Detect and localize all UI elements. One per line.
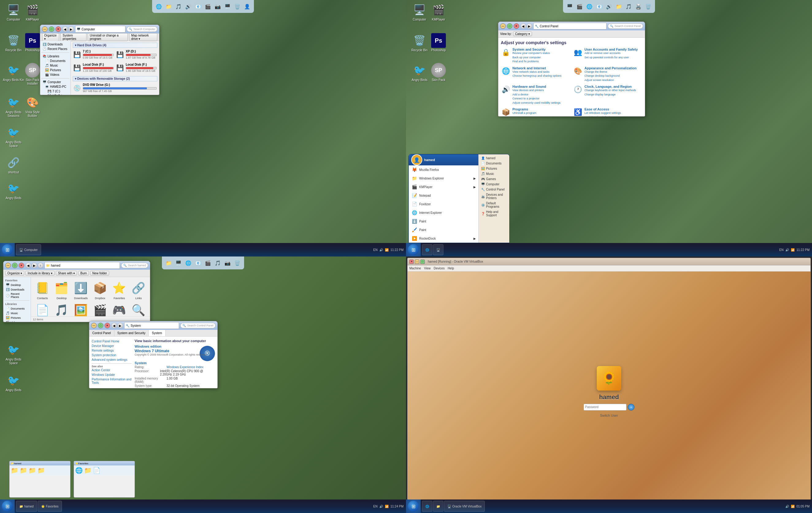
start-paint[interactable]: 🖌️ Paint — [409, 225, 478, 234]
start-firefox[interactable]: 🦊 Mozilla Firefox — [409, 165, 478, 174]
sys-link-advanced[interactable]: Advanced system settings — [92, 357, 132, 362]
cp-cat-title[interactable]: User Accounts and Family Safety — [584, 48, 642, 51]
sys-tab-system[interactable]: System — [149, 330, 165, 336]
exp-back-button[interactable]: ◀ — [25, 263, 31, 268]
sys-tab-controlpanel[interactable]: Control Panel — [89, 330, 114, 336]
start-ie[interactable]: 🌐 Internet Explorer — [409, 208, 478, 217]
start-wmp[interactable]: ▶️ RocketDock ▶ — [409, 234, 478, 243]
exp-include-btn[interactable]: Include in library ▾ — [25, 271, 55, 275]
sys-search-box[interactable]: 🔍 Search Control Panel — [180, 323, 215, 328]
start-place-documents[interactable]: 📄Documents — [480, 161, 508, 166]
ql-icon-q3-3[interactable]: 🌐 — [184, 259, 193, 267]
ql-icon-q2-5[interactable]: 🔊 — [605, 2, 613, 11]
exp-close-button[interactable]: ✕ — [19, 263, 24, 268]
start-button-q1[interactable]: ⊞ — [0, 243, 15, 256]
vbox-menu-help[interactable]: Help — [448, 267, 454, 270]
vbox-menu-view[interactable]: View — [424, 267, 431, 270]
ql-icon-q2-1[interactable]: 🖥️ — [566, 2, 574, 11]
ql-icon-q2-6[interactable]: 📁 — [614, 2, 623, 11]
sidebar-libraries[interactable]: 📚Libraries — [41, 54, 69, 59]
cp-address-bar[interactable]: 🔧 Control Panel — [533, 23, 607, 29]
cp-forward-button[interactable]: ▶ — [526, 23, 532, 29]
start-place-pictures[interactable]: 🖼️Pictures — [480, 166, 508, 171]
address-bar[interactable]: 🖥️ Computer — [75, 26, 125, 32]
start-place-games[interactable]: 🎮Games — [480, 177, 508, 182]
cp-cat-links[interactable]: Review your computer's statusBack up you… — [513, 51, 570, 64]
desktop-icon-angry-birds-space[interactable]: 🐦 Angry Birds Space — [2, 125, 25, 148]
fav-downloads[interactable]: ⬇️Downloads — [5, 287, 29, 292]
sidebar-recent[interactable]: 🕐Recent Places — [41, 47, 69, 51]
sys-link-perf[interactable]: Performance Information and Tools — [92, 377, 132, 385]
sidebar-documents[interactable]: 📄Documents — [41, 59, 69, 63]
taskbar-item-q4-vbox[interactable]: 🖥️ Oracle VM VirtualBox — [444, 501, 485, 512]
cp-cat-title[interactable]: Clock, Language, and Region — [584, 85, 642, 88]
vbox-max-btn[interactable]: □ — [420, 260, 425, 264]
lib-pictures[interactable]: 🖼️Pictures — [5, 316, 29, 320]
ql-icon-6[interactable]: 🎬 — [204, 2, 212, 11]
cp-cat-links[interactable]: Let Windows suggest settingsOptimize vis… — [584, 111, 642, 116]
sys-link-wu[interactable]: Windows Update — [92, 373, 132, 377]
sidebar-7c[interactable]: 💾7 (C:) — [41, 89, 69, 93]
cp-maximize-button[interactable]: □ — [507, 23, 513, 29]
cp-cat-links[interactable]: Uninstall a program — [513, 111, 570, 115]
desktop-icon-angry-birds[interactable]: 🐦 Angry Birds — [2, 181, 25, 200]
sidebar-pictures[interactable]: 🖼️Pictures — [41, 68, 69, 73]
start-place-devices[interactable]: 🖨️Devices and Printers — [480, 192, 508, 201]
sys-back-button[interactable]: ◀ — [111, 323, 117, 328]
drive-local-f[interactable]: 💾 Local Disk (F:) 1.15 GB free of 100 GB — [73, 62, 114, 73]
login-go-button[interactable]: → — [628, 404, 634, 410]
sidebar-videos[interactable]: 🎬Videos — [41, 73, 69, 77]
ql-icon-5[interactable]: 📧 — [194, 2, 202, 11]
start-place-help[interactable]: ❓Help and Support — [480, 209, 508, 218]
sys-address-bar[interactable]: 🔧 System — [124, 322, 179, 329]
sys-maximize-button[interactable]: □ — [98, 323, 103, 328]
ql-icon-q3-2[interactable]: 🖥️ — [174, 259, 183, 267]
fav-desktop[interactable]: 🖥️Desktop — [5, 282, 29, 287]
ql-icon-q2-7[interactable]: 🎵 — [624, 2, 633, 11]
vbox-min-btn[interactable]: — — [415, 260, 419, 264]
sidebar-computer[interactable]: 🖥️Computer — [41, 80, 69, 84]
exp-minimize-button[interactable]: — — [5, 263, 11, 268]
folder-dropbox[interactable]: 📦 Dropbox — [91, 279, 109, 300]
cp-cat-links[interactable]: Change keyboards or other input methodsC… — [584, 88, 642, 97]
sys-forward-button[interactable]: ▶ — [117, 323, 123, 328]
desktop-icon-skin-pack-q2[interactable]: SP Skin Pack — [428, 63, 450, 82]
ql-icon-10[interactable]: 👤 — [243, 2, 252, 11]
exp-organize-btn[interactable]: Organize ▾ — [5, 271, 24, 275]
sys-link-remote[interactable]: Remote settings — [92, 348, 132, 353]
start-foxitizer[interactable]: 📄 Foxitizer — [409, 200, 478, 208]
start-notepad[interactable]: 📝 Notepad — [409, 191, 478, 200]
desktop-icon-angry-birds-q3[interactable]: 🐦 Angry Birds — [2, 373, 25, 392]
ql-icon-q3-8[interactable]: 🗑️ — [233, 259, 242, 267]
sidebar-music[interactable]: 🎵Music — [41, 63, 69, 68]
map-drive-btn[interactable]: Map network drive ▾ — [129, 33, 157, 41]
cp-cat-title[interactable]: System and Security — [513, 48, 570, 51]
drive-xpd[interactable]: 💾 XP (D:) 1.87 GB free of 9.78 GB — [116, 49, 157, 60]
start-place-music[interactable]: 🎵Music — [480, 171, 508, 177]
folder-links[interactable]: 🔗 Links — [129, 279, 147, 300]
start-place-controlpanel[interactable]: 🔧Control Panel — [480, 187, 508, 192]
ql-icon-7[interactable]: 📷 — [213, 2, 222, 11]
sys-minimize-button[interactable]: — — [91, 323, 96, 328]
ql-icon-9[interactable]: 🗑️ — [233, 2, 242, 11]
ql-icon-2[interactable]: 📁 — [164, 2, 173, 11]
exp-up-button[interactable]: ↑ — [38, 263, 43, 268]
cp-cat-links[interactable]: View network status and tasksChoose home… — [513, 70, 570, 78]
desktop-icon-kmplayer-q2[interactable]: 🎬 KMPlayer — [428, 2, 450, 22]
ql-icon-8[interactable]: 🖥️ — [223, 2, 232, 11]
ql-icon-q3-5[interactable]: 🎬 — [204, 259, 212, 267]
sys-tab-system-security[interactable]: System and Security — [114, 330, 149, 336]
ql-icon-q3-6[interactable]: 🎵 — [213, 259, 222, 267]
cp-back-button[interactable]: ◀ — [520, 23, 526, 29]
folder-desktop[interactable]: 🗂️ Desktop — [53, 279, 71, 300]
start-place-hamed[interactable]: 👤hamed — [480, 156, 508, 161]
lib-documents[interactable]: 📄Documents — [5, 306, 29, 311]
ql-icon-4[interactable]: 🔊 — [184, 2, 193, 11]
ql-icon-q3-4[interactable]: 📧 — [194, 259, 202, 267]
taskbar-item-q3-2[interactable]: ⭐ Favorites — [38, 501, 62, 512]
cp-minimize-button[interactable]: — — [500, 23, 506, 29]
taskbar-item-q4-1[interactable]: 🌐 — [422, 501, 432, 512]
desktop-icon-shortcut[interactable]: 🔗 shortcut — [2, 155, 25, 174]
sys-link-device-manager[interactable]: Device Manager — [92, 344, 132, 348]
drive-7c[interactable]: 💾 7 (C:) 0.99 GB free of 19.5 GB — [73, 49, 114, 60]
